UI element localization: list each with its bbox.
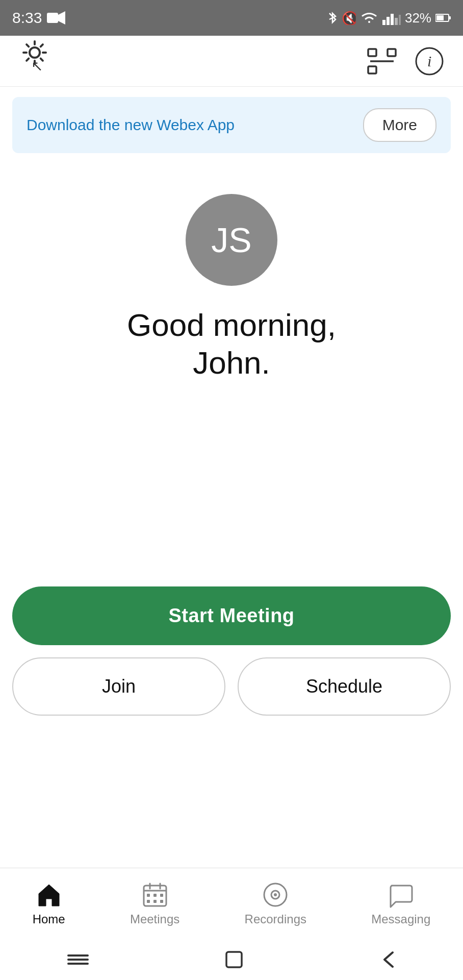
svg-rect-5 bbox=[391, 14, 394, 25]
join-button[interactable]: Join bbox=[12, 657, 225, 716]
svg-rect-7 bbox=[399, 15, 401, 25]
home-sys-icon bbox=[221, 947, 247, 972]
banner-text: Download the new Webex App bbox=[27, 116, 235, 134]
recordings-icon bbox=[262, 881, 289, 908]
nav-label-home: Home bbox=[33, 912, 65, 926]
wifi-icon bbox=[360, 11, 378, 25]
svg-rect-27 bbox=[160, 900, 163, 903]
action-buttons: Start Meeting Join Schedule bbox=[0, 586, 463, 716]
nav-item-messaging[interactable]: Messaging bbox=[361, 876, 441, 932]
download-banner: Download the new Webex App More bbox=[12, 97, 451, 153]
scan-button[interactable] bbox=[363, 44, 401, 79]
avatar: JS bbox=[186, 194, 277, 286]
back-icon bbox=[377, 949, 398, 970]
system-nav bbox=[0, 939, 463, 980]
svg-rect-13 bbox=[388, 49, 396, 56]
greeting-text: Good morning,John. bbox=[127, 306, 336, 382]
svg-rect-25 bbox=[147, 900, 150, 903]
svg-rect-3 bbox=[382, 20, 385, 25]
secondary-buttons: Join Schedule bbox=[12, 657, 451, 716]
svg-point-30 bbox=[274, 893, 277, 896]
back-button[interactable] bbox=[377, 949, 398, 970]
svg-text:🔇: 🔇 bbox=[342, 11, 356, 25]
header-left: ↖ bbox=[15, 33, 54, 89]
svg-rect-22 bbox=[147, 894, 150, 897]
status-icons: 🔇 32% bbox=[327, 10, 451, 26]
svg-rect-26 bbox=[153, 900, 157, 903]
recent-apps-icon bbox=[65, 950, 91, 969]
nav-item-meetings[interactable]: Meetings bbox=[120, 876, 190, 932]
status-time: 8:33 bbox=[12, 9, 65, 27]
svg-point-11 bbox=[30, 47, 40, 58]
home-sys-button[interactable] bbox=[221, 947, 247, 972]
nav-label-recordings: Recordings bbox=[245, 912, 306, 926]
app-header: ↖ i bbox=[0, 36, 463, 87]
svg-text:i: i bbox=[427, 53, 431, 69]
battery-icon bbox=[435, 13, 451, 22]
svg-rect-6 bbox=[395, 18, 398, 25]
nav-label-messaging: Messaging bbox=[371, 912, 430, 926]
battery-percent: 32% bbox=[405, 10, 431, 26]
svg-rect-24 bbox=[160, 894, 163, 897]
scan-icon bbox=[367, 48, 397, 75]
schedule-button[interactable]: Schedule bbox=[238, 657, 451, 716]
svg-rect-10 bbox=[449, 16, 451, 19]
info-icon: i bbox=[415, 47, 444, 76]
svg-marker-1 bbox=[58, 11, 65, 24]
video-camera-icon bbox=[47, 11, 65, 24]
info-button[interactable]: i bbox=[411, 43, 448, 80]
messaging-icon bbox=[388, 881, 414, 908]
status-bar: 8:33 🔇 32% bbox=[0, 0, 463, 36]
nav-label-meetings: Meetings bbox=[130, 912, 179, 926]
svg-rect-4 bbox=[387, 17, 390, 25]
header-right: i bbox=[363, 43, 448, 80]
svg-rect-9 bbox=[436, 15, 444, 20]
more-button[interactable]: More bbox=[363, 108, 436, 142]
nav-item-recordings[interactable]: Recordings bbox=[235, 876, 317, 932]
recent-apps-button[interactable] bbox=[65, 950, 91, 969]
nav-item-home[interactable]: Home bbox=[22, 876, 75, 932]
bottom-nav: Home Meetings Recordings Messa bbox=[0, 868, 463, 939]
home-icon bbox=[36, 881, 62, 908]
settings-button[interactable]: ↖ bbox=[15, 33, 54, 89]
svg-rect-14 bbox=[368, 66, 376, 74]
svg-rect-0 bbox=[47, 13, 58, 23]
main-content: JS Good morning,John. bbox=[0, 163, 463, 586]
svg-rect-12 bbox=[368, 49, 376, 56]
mute-icon: 🔇 bbox=[342, 11, 356, 25]
start-meeting-button[interactable]: Start Meeting bbox=[12, 586, 451, 645]
signal-icon bbox=[382, 11, 401, 25]
svg-rect-23 bbox=[153, 894, 157, 897]
bluetooth-icon bbox=[327, 10, 338, 26]
meetings-icon bbox=[142, 881, 168, 908]
svg-rect-34 bbox=[226, 952, 242, 967]
